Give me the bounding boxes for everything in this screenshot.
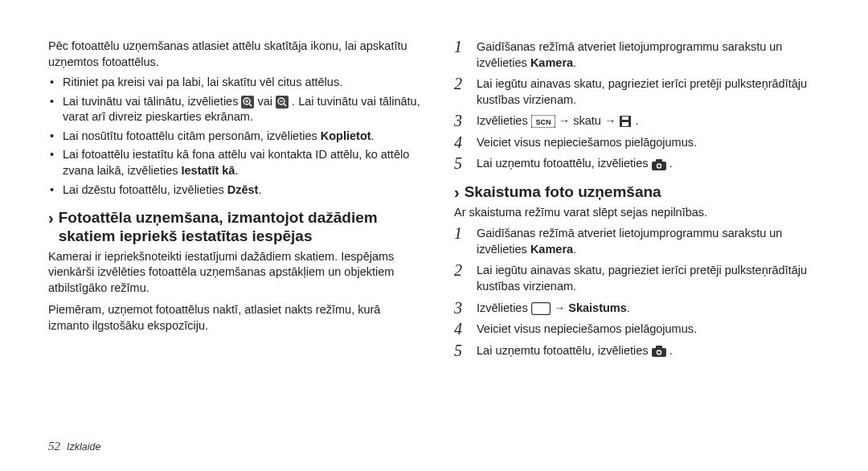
bold-text: Koplietot bbox=[321, 129, 371, 142]
bold-text: Kamera bbox=[530, 56, 573, 69]
zoom-out-icon bbox=[276, 96, 289, 109]
step-item: 5 Lai uzņemtu fotoattēlu, izvēlieties . bbox=[454, 155, 828, 172]
step-number: 4 bbox=[454, 321, 469, 337]
svg-rect-18 bbox=[531, 302, 550, 314]
step-number: 5 bbox=[454, 155, 469, 171]
svg-rect-13 bbox=[622, 122, 628, 126]
step-item: 1 Gaidīšanas režīmā atveriet lietojumpro… bbox=[454, 39, 828, 71]
save-icon bbox=[619, 115, 632, 128]
scn-mode-icon: SCN bbox=[531, 115, 555, 128]
page-number: 52 bbox=[48, 440, 60, 453]
svg-point-22 bbox=[657, 351, 661, 354]
step-number: 3 bbox=[454, 113, 469, 129]
text: Veiciet visus nepieciešamos pielāgojumus… bbox=[477, 321, 828, 338]
step-item: 3 Izvēlieties → Skaistums. bbox=[454, 300, 828, 317]
chevron-right-icon: › bbox=[454, 183, 460, 201]
svg-rect-5 bbox=[276, 96, 289, 109]
text: Izvēlieties bbox=[477, 114, 531, 127]
subheading-photo-modes: › Fotoattēla uzņemšana, izmantojot dažād… bbox=[48, 209, 422, 246]
text: . bbox=[636, 114, 639, 127]
text: → bbox=[554, 301, 569, 314]
zoom-in-icon bbox=[241, 96, 254, 109]
step-number: 2 bbox=[454, 76, 469, 92]
step-item: 1 Gaidīšanas režīmā atveriet lietojumpro… bbox=[454, 225, 828, 257]
intro-text: Pēc fotoattēlu uzņemšanas atlasiet attēl… bbox=[48, 39, 422, 70]
list-item: Lai dzēstu fotoattēlu, izvēlieties Dzēst… bbox=[59, 182, 422, 199]
list-item: Ritiniet pa kreisi vai pa labi, lai skat… bbox=[59, 75, 422, 91]
list-item: Lai tuvinātu vai tālinātu, izvēlieties v… bbox=[59, 94, 422, 125]
left-column: Pēc fotoattēlu uzņemšanas atlasiet attēl… bbox=[48, 39, 422, 363]
text: Gaidīšanas režīmā atveriet lietojumprogr… bbox=[477, 227, 782, 256]
step-item: 4 Veiciet visus nepieciešamos pielāgojum… bbox=[454, 321, 828, 338]
text: Lai dzēstu fotoattēlu, izvēlieties bbox=[63, 183, 227, 196]
text: → skatu → bbox=[559, 114, 620, 127]
text: . bbox=[573, 243, 576, 256]
step-number: 2 bbox=[454, 262, 469, 278]
subhead-text: Fotoattēla uzņemšana, izmantojot dažādie… bbox=[59, 209, 422, 246]
list-item: Lai fotoattēlu iestatītu kā fona attēlu … bbox=[59, 147, 422, 178]
bold-text: Iestatīt kā bbox=[182, 164, 235, 177]
text: . bbox=[627, 301, 630, 314]
subheading-beauty: › Skaistuma foto uzņemšana bbox=[454, 183, 828, 202]
list-item: Lai nosūtītu fotoattēlu citām personām, … bbox=[59, 129, 422, 145]
step-number: 1 bbox=[454, 39, 469, 55]
text: Veiciet visus nepieciešamos pielāgojumus… bbox=[477, 134, 828, 151]
step-item: 3 Izvēlieties SCN → skatu → . bbox=[454, 113, 828, 129]
steps-list-b: 1 Gaidīšanas režīmā atveriet lietojumpro… bbox=[454, 225, 828, 358]
bold-text: Dzēst bbox=[227, 183, 259, 196]
step-number: 5 bbox=[454, 342, 469, 358]
camera-icon bbox=[652, 159, 666, 170]
svg-rect-0 bbox=[241, 96, 254, 109]
step-number: 3 bbox=[454, 300, 469, 316]
text: Lai iegūtu ainavas skatu, pagrieziet ier… bbox=[477, 76, 828, 108]
bold-text: Kamera bbox=[530, 243, 573, 256]
text: Lai uzņemtu fotoattēlu, izvēlieties bbox=[477, 157, 652, 170]
text: . bbox=[235, 164, 238, 177]
text: . bbox=[669, 157, 673, 170]
svg-text:SCN: SCN bbox=[535, 118, 551, 126]
steps-list-a: 1 Gaidīšanas režīmā atveriet lietojumpro… bbox=[454, 39, 828, 172]
step-number: 1 bbox=[454, 225, 469, 241]
text: . bbox=[573, 56, 576, 69]
chevron-right-icon: › bbox=[48, 209, 54, 227]
svg-point-17 bbox=[657, 164, 661, 167]
step-item: 2 Lai iegūtu ainavas skatu, pagrieziet i… bbox=[454, 262, 828, 294]
section-name: Izklaide bbox=[67, 441, 100, 453]
svg-rect-20 bbox=[656, 346, 662, 349]
svg-rect-15 bbox=[656, 159, 662, 162]
text: Lai iegūtu ainavas skatu, pagrieziet ier… bbox=[477, 262, 828, 294]
text: . bbox=[371, 129, 375, 142]
text: Lai tuvinātu vai tālinātu, izvēlieties bbox=[63, 95, 241, 108]
text: Lai uzņemtu fotoattēlu, izvēlieties bbox=[477, 344, 652, 357]
body-text: Piemēram, uzņemot fotoattēlus naktī, atl… bbox=[48, 302, 422, 334]
mode-box-icon bbox=[531, 302, 551, 315]
page-footer: 52 Izklaide bbox=[48, 440, 100, 453]
step-item: 2 Lai iegūtu ainavas skatu, pagrieziet i… bbox=[454, 76, 828, 108]
camera-icon bbox=[652, 346, 666, 357]
text: vai bbox=[258, 95, 276, 108]
bold-text: Skaistums bbox=[568, 301, 627, 314]
text: Lai nosūtītu fotoattēlu citām personām, … bbox=[63, 129, 321, 142]
text: . bbox=[669, 344, 673, 357]
text: Izvēlieties bbox=[477, 301, 531, 314]
step-number: 4 bbox=[454, 134, 469, 150]
subhead-text: Skaistuma foto uzņemšana bbox=[465, 183, 661, 202]
bullet-list: Ritiniet pa kreisi vai pa labi, lai skat… bbox=[48, 75, 422, 198]
right-column: 1 Gaidīšanas režīmā atveriet lietojumpro… bbox=[454, 39, 828, 363]
step-item: 4 Veiciet visus nepieciešamos pielāgojum… bbox=[454, 134, 828, 151]
text: Gaidīšanas režīmā atveriet lietojumprogr… bbox=[477, 40, 782, 69]
body-text: Kamerai ir iepriekšnoteikti iestatījumi … bbox=[48, 249, 422, 297]
svg-rect-12 bbox=[622, 117, 628, 120]
text: . bbox=[258, 183, 261, 196]
step-item: 5 Lai uzņemtu fotoattēlu, izvēlieties . bbox=[454, 342, 828, 359]
beauty-intro-text: Ar skaistuma režīmu varat slēpt sejas ne… bbox=[454, 205, 828, 221]
